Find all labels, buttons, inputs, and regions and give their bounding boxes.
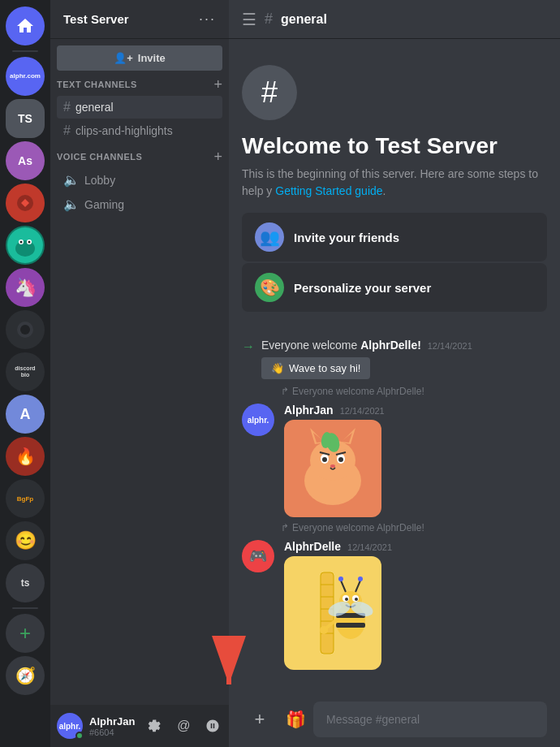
channel-item-general[interactable]: # general [57,96,222,119]
text-channels-label: TEXT CHANNELS [57,80,137,89]
alphrjan-avatar: alphr. [242,404,274,436]
username-display: AlphrJan [89,715,135,728]
reply-arrow-icon-2: ↱ [281,522,289,533]
channel-name-lobby: Lobby [84,174,115,187]
svg-point-2 [15,240,35,257]
server-icon-teal[interactable] [6,226,45,265]
wave-label: Wave to say hi! [289,362,360,374]
server-list-divider [12,50,38,52]
invite-friends-card[interactable]: 👥 Invite your friends [242,213,547,261]
gift-icon: 🎁 [286,710,306,729]
server-list-divider-2 [12,607,38,609]
user-panel: alphr. AlphrJan #6604 @ [50,705,229,747]
add-icon: + [255,709,265,730]
explore-servers-button[interactable]: 🧭 [6,656,45,695]
chat-message-alphrjan: alphr. AlphrJan 12/14/2021 [229,400,560,520]
channel-item-lobby[interactable]: 🔈 Lobby [57,168,222,192]
user-discriminator: #6604 [89,728,135,737]
welcome-desc: This is the beginning of this server. He… [242,166,547,200]
server-icon-home[interactable] [6,6,45,45]
reply-line-2: ↱ Everyone welcome AlphrDelle! [229,522,560,533]
chat-header: ☰ # general [229,0,560,39]
channel-name-clips: clips-and-highlights [75,124,173,137]
text-channels-list: # general # clips-and-highlights [50,95,229,143]
mention-button[interactable]: @ [170,713,196,739]
svg-point-5 [20,241,23,244]
text-channels-header[interactable]: TEXT CHANNELS + [50,77,229,95]
gift-button[interactable]: 🎁 [284,708,307,731]
svg-point-39 [355,598,358,601]
avatar-text: alphr. [248,416,269,425]
voice-channels-label: VOICE CHANNELS [57,152,142,162]
sidebar-and-content: Test Server ··· 👤+ Invite TEXT CHANNELS … [50,0,560,747]
channel-header-name: general [281,12,327,27]
channel-item-gaming[interactable]: 🔈 Gaming [57,192,222,216]
chat-message-alphrdelle: 🎮 AlphrDelle 12/14/2021 [229,537,560,673]
volume-icon-gaming: 🔈 [63,196,80,212]
server-icon-alphr[interactable]: alphr.com [6,57,45,96]
add-voice-channel-icon[interactable]: + [213,149,222,164]
personalize-icon: 🎨 [255,273,284,302]
invite-label: Invite [138,52,166,64]
wave-button[interactable]: 👋 Wave to say hi! [261,357,370,379]
alphrdelle-message-content: AlphrDelle 12/14/2021 [284,540,392,670]
alphrdelle-avatar: 🎮 [242,540,274,572]
deafen-button[interactable] [200,713,226,739]
personalize-label: Personalize your server [294,281,431,295]
compass-icon: 🧭 [15,666,36,685]
getting-started-link[interactable]: Getting Started guide [275,184,382,197]
message-bar: + 🎁 [229,692,560,747]
system-message-1: → Everyone welcome AlphrDelle! 12/14/202… [229,335,560,382]
svg-point-6 [28,241,31,244]
user-info: AlphrJan #6604 [89,715,135,737]
channel-item-clips[interactable]: # clips-and-highlights [57,119,222,142]
user-settings-icon[interactable] [141,713,167,739]
server-icon-face[interactable]: 😊 [6,521,45,560]
server-icon-darkred[interactable]: 🔥 [6,437,45,476]
server-list: alphr.com TS As 🦄 discordbio A 🔥 BgFp 😊 [0,0,50,747]
add-content-button[interactable]: + [242,702,278,737]
steps-container: 👥 Invite your friends 🎨 Personalize your… [229,206,560,318]
system-date: 12/14/2021 [428,341,472,351]
server-header[interactable]: Test Server ··· [50,0,229,39]
server-icon-label: TS [18,112,32,125]
personalize-server-card[interactable]: 🎨 Personalize your server [242,263,547,312]
server-icon-ts[interactable]: TS [6,99,45,138]
server-icon-bgfp[interactable]: BgFp [6,479,45,518]
channel-sidebar: Test Server ··· 👤+ Invite TEXT CHANNELS … [50,0,229,747]
svg-point-47 [320,626,328,634]
server-icon-ts2[interactable]: ts [6,563,45,602]
invite-button[interactable]: 👤+ Invite [57,45,222,71]
cat-sticker [284,420,381,517]
voice-channels-header[interactable]: VOICE CHANNELS + [50,149,229,167]
server-icon-dark[interactable] [6,310,45,349]
server-icon-label: alphr.com [10,73,41,80]
bee-sticker [284,556,381,670]
server-icon-red[interactable] [6,184,45,222]
svg-point-45 [358,576,363,581]
server-icon-purple[interactable]: 🦄 [6,268,45,307]
add-server-button[interactable]: + [6,614,45,653]
plus-icon: + [19,622,31,645]
svg-rect-34 [336,623,365,628]
message-timestamp-2: 12/14/2021 [347,542,392,552]
server-icon-as[interactable]: As [6,141,45,180]
reply-text-2: Everyone welcome AlphrDelle! [292,522,424,533]
hash-icon-2: # [63,123,71,138]
welcome-hash-icon: # [242,65,297,120]
svg-point-38 [345,598,348,601]
add-text-channel-icon[interactable]: + [213,77,222,92]
svg-point-21 [338,457,343,462]
server-icon-discord-bio[interactable]: discordbio [6,352,45,391]
channel-name-general: general [75,101,114,114]
system-text: Everyone welcome AlphrDelle! [261,339,424,352]
main-chat-area: ☰ # general # Welcome to Test Server Thi… [229,0,560,747]
svg-point-8 [20,325,30,335]
alphrjan-message-content: AlphrJan 12/14/2021 [284,404,385,517]
hamburger-icon[interactable]: ☰ [242,10,256,29]
server-icon-a[interactable]: A [6,395,45,434]
message-username-2: AlphrDelle [284,540,341,553]
status-indicator [75,732,84,740]
message-input[interactable] [313,702,547,737]
server-options-icon[interactable]: ··· [199,11,216,28]
